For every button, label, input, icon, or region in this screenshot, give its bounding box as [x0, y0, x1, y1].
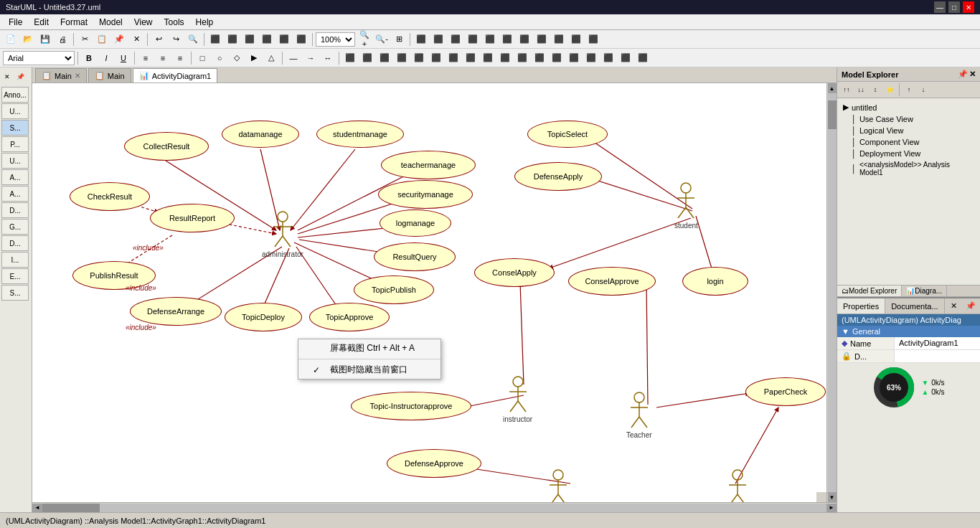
tb-extra9[interactable]: ⬛: [448, 32, 463, 47]
tool-i[interactable]: I...: [1, 252, 29, 268]
align-left[interactable]: ≡: [138, 50, 154, 66]
open-button[interactable]: 📂: [20, 32, 36, 47]
tool-a1[interactable]: A...: [1, 169, 29, 185]
paste-button[interactable]: 📌: [111, 32, 127, 47]
node-papercheck[interactable]: PaperCheck: [745, 377, 826, 406]
node-topicpublish[interactable]: TopicPublish: [354, 275, 434, 304]
zoom-out[interactable]: 🔍-: [374, 32, 390, 47]
menu-file[interactable]: File: [3, 16, 28, 29]
tb-extra11[interactable]: ⬛: [482, 32, 498, 47]
actor-instructor[interactable]: instructor: [503, 376, 532, 423]
extra-tool10[interactable]: ⬛: [497, 50, 513, 66]
tool-d1[interactable]: D...: [1, 202, 29, 218]
extra-tool8[interactable]: ⬛: [463, 50, 479, 66]
tool-cursor[interactable]: S...: [1, 120, 29, 136]
menu-tools[interactable]: Tools: [159, 16, 190, 29]
tb-extra4[interactable]: ⬛: [259, 32, 275, 47]
node-conselapply[interactable]: ConselApply: [474, 258, 555, 287]
tool-a2[interactable]: A...: [1, 186, 29, 202]
extra-tool9[interactable]: ⬛: [480, 50, 496, 66]
tool-anno[interactable]: Anno...: [1, 87, 29, 103]
node-studentmanage[interactable]: studentmanage: [316, 121, 404, 148]
node-topic-instructorapprove[interactable]: Topic-Instructorapprove: [351, 392, 471, 420]
node-login[interactable]: login: [682, 267, 748, 296]
node-teachermanage[interactable]: teachermanage: [381, 151, 476, 179]
node-defensearrange[interactable]: DefenseArrange: [130, 297, 222, 326]
extra-tool5[interactable]: ⬛: [411, 50, 427, 66]
titlebar-controls[interactable]: — □ ✕: [934, 1, 974, 13]
node-defenseapprove[interactable]: DefenseApprove: [387, 449, 481, 478]
menu-model[interactable]: Model: [93, 16, 128, 29]
actor-replyteacher[interactable]: ReplyTeacher: [715, 469, 759, 502]
actor-marker[interactable]: Marker: [547, 469, 569, 502]
node-resultquery[interactable]: ResultQuery: [374, 242, 456, 271]
extra-tool14[interactable]: ⬛: [566, 50, 582, 66]
copy-button[interactable]: 📋: [94, 32, 110, 47]
me-tb5[interactable]: ↑: [903, 83, 915, 96]
shape-tool1[interactable]: □: [194, 50, 210, 66]
scroll-thumb[interactable]: [828, 100, 837, 129]
print-button[interactable]: 🖨: [55, 32, 70, 47]
close-button[interactable]: ✕: [963, 1, 974, 13]
sidebar-pin[interactable]: 📌: [14, 69, 26, 85]
props-pin[interactable]: 📌: [961, 300, 980, 312]
tb-extra16[interactable]: ⬛: [568, 32, 584, 47]
tb-extra8[interactable]: ⬛: [430, 32, 446, 47]
tool-e[interactable]: E...: [1, 268, 29, 284]
node-topicselect[interactable]: TopicSelect: [527, 121, 608, 148]
me-tb6[interactable]: ↓: [917, 83, 930, 96]
hscroll-track[interactable]: [42, 504, 826, 512]
tb-extra2[interactable]: ⬛: [225, 32, 240, 47]
extra-tool4[interactable]: ⬛: [394, 50, 410, 66]
node-datamanage[interactable]: datamanage: [222, 121, 299, 148]
shape-tool5[interactable]: △: [263, 50, 279, 66]
extra-tool17[interactable]: ⬛: [618, 50, 633, 66]
zoom-select[interactable]: 100% 75% 50% 150%: [316, 32, 355, 47]
props-tab-documenta[interactable]: Documenta...: [885, 298, 944, 314]
shape-tool2[interactable]: ○: [212, 50, 227, 66]
line-tool2[interactable]: →: [303, 50, 319, 66]
tree-untitled[interactable]: ▶ untitled: [840, 101, 977, 113]
zoom-in[interactable]: 🔍+: [357, 32, 372, 47]
ctx-screenshot[interactable]: 屏幕截图 Ctrl + Alt + A: [298, 339, 440, 357]
maximize-button[interactable]: □: [948, 1, 960, 13]
tb-extra15[interactable]: ⬛: [551, 32, 567, 47]
align-right[interactable]: ≡: [172, 50, 188, 66]
tree-usecaseview[interactable]: │ Use Case View: [849, 113, 977, 125]
tree-analysismodel[interactable]: │ <<analysisModel>> Analysis Model1: [849, 159, 977, 178]
tab-main1-close[interactable]: ✕: [75, 72, 80, 80]
tb-extra5[interactable]: ⬛: [276, 32, 292, 47]
menu-edit[interactable]: Edit: [28, 16, 55, 29]
me-tb1[interactable]: ↑↑: [840, 83, 853, 96]
vertical-scrollbar[interactable]: ▲ ▼: [826, 83, 837, 502]
actor-student[interactable]: student: [674, 182, 698, 230]
new-button[interactable]: 📄: [3, 32, 19, 47]
node-collectresult[interactable]: CollectResult: [124, 132, 209, 161]
shape-tool4[interactable]: ▶: [246, 50, 262, 66]
tb-extra10[interactable]: ⬛: [465, 32, 481, 47]
node-logmanage[interactable]: logmanage: [380, 209, 451, 237]
tb-extra17[interactable]: ⬛: [585, 32, 601, 47]
menu-help[interactable]: Help: [190, 16, 220, 29]
scroll-track[interactable]: [828, 93, 837, 492]
extra-tool6[interactable]: ⬛: [428, 50, 444, 66]
me-tb2[interactable]: ↓↓: [854, 83, 867, 96]
zoom-fit[interactable]: ⊞: [391, 32, 407, 47]
context-menu[interactable]: 屏幕截图 Ctrl + Alt + A ✓ 截图时隐藏当前窗口: [298, 339, 441, 380]
tb-extra14[interactable]: ⬛: [534, 32, 550, 47]
tab-main2[interactable]: 📋 Main: [88, 68, 131, 82]
node-defenseapply[interactable]: DefenseApply: [514, 162, 602, 191]
extra-tool12[interactable]: ⬛: [532, 50, 547, 66]
tool-g[interactable]: G...: [1, 219, 29, 235]
tb-extra1[interactable]: ⬛: [207, 32, 223, 47]
extra-tool18[interactable]: ⬛: [635, 50, 651, 66]
line-tool3[interactable]: ↔: [320, 50, 336, 66]
extra-tool16[interactable]: ⬛: [600, 50, 616, 66]
tab-diagram[interactable]: 📊 Diagra...: [902, 286, 947, 296]
node-checkresult[interactable]: CheckResult: [70, 182, 150, 211]
underline-button[interactable]: U: [116, 50, 131, 66]
tb-extra6[interactable]: ⬛: [293, 32, 309, 47]
redo-button[interactable]: ↪: [168, 32, 184, 47]
props-close[interactable]: ✕: [946, 300, 961, 312]
font-family[interactable]: Arial: [3, 51, 75, 65]
